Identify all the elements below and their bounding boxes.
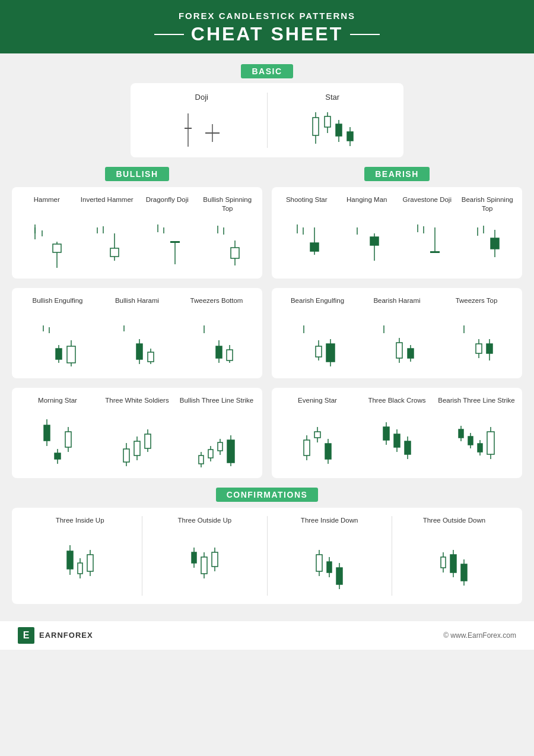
logo-text: EARNFOREX [39, 631, 93, 640]
svg-rect-57 [56, 349, 62, 359]
star-item: Star [274, 93, 392, 148]
star-c1 [311, 109, 320, 148]
svg-rect-81 [326, 344, 335, 362]
svg-rect-5 [313, 118, 319, 135]
svg-rect-48 [430, 251, 440, 253]
svg-rect-14 [347, 132, 353, 141]
bearish-engulfing-item: Bearish Engulfing [278, 296, 357, 370]
three-outside-up-item: Three Outside Up [142, 516, 266, 596]
double-candle-section: Bullish Engulfing [12, 288, 522, 378]
bullish-triple-section: Morning Star [12, 388, 262, 478]
doji-item: Doji [142, 93, 261, 148]
tweezers-top-item: Tweezers Top [437, 296, 516, 370]
svg-rect-155 [487, 432, 494, 454]
bullish-single-grid: Hammer [18, 195, 256, 270]
header-subtitle: FOREX CANDLESTICK PATTERNS [12, 11, 522, 21]
svg-rect-116 [199, 456, 204, 464]
svg-rect-191 [461, 564, 467, 581]
three-black-crows-item: Three Black Crows [357, 396, 437, 470]
hammer-item: Hammer [18, 195, 75, 270]
header-title: CHEAT SHEET [12, 23, 522, 45]
svg-rect-173 [212, 552, 218, 567]
svg-rect-125 [227, 440, 234, 463]
star-c3 [335, 109, 343, 148]
three-outside-down-item: Three Outside Down [392, 516, 516, 596]
logo-box: E [18, 627, 34, 644]
bearish-double-grid: Bearish Engulfing [278, 296, 516, 370]
svg-rect-179 [327, 562, 332, 572]
svg-rect-88 [408, 349, 414, 358]
svg-rect-113 [145, 434, 151, 448]
svg-rect-78 [316, 346, 322, 357]
svg-rect-161 [78, 563, 82, 574]
dragonfly-doji-item: Dragonfly Doji [139, 195, 195, 270]
svg-rect-30 [170, 241, 180, 243]
svg-rect-131 [314, 432, 320, 438]
svg-rect-143 [405, 441, 411, 454]
svg-rect-122 [218, 442, 223, 451]
svg-rect-119 [208, 450, 213, 458]
svg-rect-107 [123, 449, 129, 462]
svg-rect-158 [67, 551, 73, 569]
svg-rect-38 [310, 243, 319, 251]
svg-rect-188 [450, 555, 456, 572]
svg-rect-64 [136, 344, 142, 359]
bearish-label: BEARISH [364, 167, 430, 181]
svg-rect-167 [192, 552, 196, 563]
confirmations-section: CONFIRMATIONS Three Inside Up [12, 488, 522, 604]
star-title: Star [274, 93, 392, 102]
svg-rect-1 [185, 128, 192, 129]
svg-rect-95 [487, 344, 492, 353]
morning-star-item: Morning Star [18, 396, 97, 470]
footer: E EARNFOREX © www.EarnForex.com [0, 621, 534, 650]
svg-rect-60 [67, 346, 75, 363]
bullish-triple-grid: Morning Star [18, 396, 256, 470]
bullish-three-line-strike-item: Bullish Three Line Strike [177, 396, 256, 470]
confirm-grid: Three Inside Up [18, 516, 516, 596]
bearish-double-section: Bearish Engulfing [272, 288, 522, 378]
doji-candle-2 [204, 112, 221, 148]
svg-rect-182 [336, 568, 342, 584]
shooting-star-item: Shooting Star [278, 195, 335, 270]
inverted-hammer-item: Inverted Hammer [79, 195, 135, 270]
svg-rect-104 [65, 432, 71, 447]
bearish-three-line-strike-item: Bearish Three Line Strike [437, 396, 516, 470]
gravestone-doji-item: Gravestone Doji [399, 195, 455, 270]
bullish-single-section: BULLISH Hammer [12, 167, 262, 279]
three-inside-down-item: Three Inside Down [268, 516, 392, 596]
bearish-spinning-top-item: Bearish Spinning Top [459, 195, 516, 270]
svg-rect-3 [205, 132, 220, 134]
star-c2 [323, 109, 332, 148]
bearish-triple-section: Evening Star [272, 388, 522, 478]
svg-rect-74 [227, 350, 233, 360]
svg-rect-98 [44, 425, 50, 441]
evening-star-item: Evening Star [278, 396, 357, 470]
bullish-engulfing-item: Bullish Engulfing [18, 296, 97, 370]
doji-title: Doji [142, 93, 261, 102]
bullish-spinning-top-item: Bullish Spinning Top [199, 195, 256, 270]
svg-rect-146 [459, 429, 463, 438]
basic-section: BASIC Doji [12, 64, 522, 157]
svg-rect-101 [55, 453, 61, 459]
confirmations-card: Three Inside Up [12, 508, 522, 604]
svg-rect-92 [476, 344, 482, 353]
bearish-harami-item: Bearish Harami [357, 296, 437, 370]
svg-rect-85 [396, 343, 402, 358]
bullish-double-section: Bullish Engulfing [12, 288, 262, 378]
hanging-man-item: Hanging Man [339, 195, 395, 270]
bearish-triple-grid: Evening Star [278, 396, 516, 470]
page-header: FOREX CANDLESTICK PATTERNS CHEAT SHEET [0, 0, 534, 53]
svg-rect-185 [441, 557, 446, 568]
footer-logo: E EARNFOREX [18, 627, 93, 644]
header-line-left [154, 34, 184, 35]
svg-rect-110 [134, 441, 140, 456]
basic-card: Doji [131, 83, 403, 157]
main-content: BASIC Doji [0, 53, 534, 621]
star-c4 [346, 109, 354, 148]
svg-rect-176 [316, 555, 322, 571]
svg-rect-134 [325, 444, 331, 459]
svg-rect-51 [491, 238, 499, 249]
svg-rect-164 [87, 555, 93, 571]
svg-rect-128 [304, 440, 310, 456]
tweezers-bottom-item: Tweezers Bottom [177, 296, 256, 370]
